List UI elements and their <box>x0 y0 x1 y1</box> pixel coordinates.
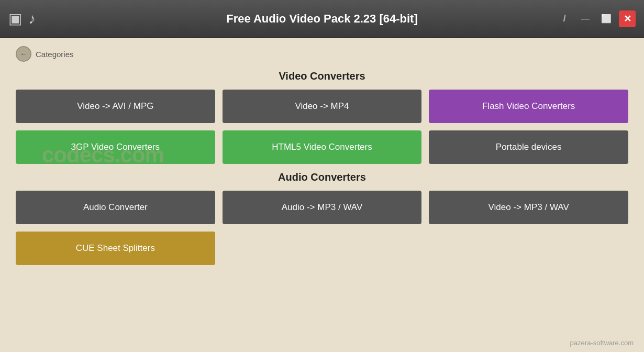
music-icon: ♪ <box>28 12 36 26</box>
flash-video-button[interactable]: Flash Video Converters <box>429 90 628 123</box>
back-button[interactable]: ← <box>16 46 31 62</box>
info-button[interactable]: i <box>556 10 573 27</box>
audio-section-title: Audio Converters <box>16 171 628 183</box>
video-mp4-button[interactable]: Video -> MP4 <box>223 90 422 123</box>
close-button[interactable]: ✕ <box>619 10 636 27</box>
categories-bar: ← Categories <box>16 46 628 62</box>
video-icon: ▣ <box>8 12 22 26</box>
audio-section: Audio Converters Audio Converter Audio -… <box>16 171 628 265</box>
audio-converter-button[interactable]: Audio Converter <box>16 191 215 224</box>
video-mp3-wav-button[interactable]: Video -> MP3 / WAV <box>429 191 628 224</box>
restore-button[interactable]: ⬜ <box>598 10 615 27</box>
minimize-button[interactable]: — <box>577 10 594 27</box>
video-avi-mpg-button[interactable]: Video -> AVI / MPG <box>16 90 215 123</box>
app-title: Free Audio Video Pack 2.23 [64-bit] <box>226 12 418 26</box>
title-bar-icons: ▣ ♪ <box>8 12 36 26</box>
cue-sheet-splitters-button[interactable]: CUE Sheet Splitters <box>16 232 215 265</box>
title-bar: ▣ ♪ Free Audio Video Pack 2.23 [64-bit] … <box>0 0 644 38</box>
footer-text: pazera-software.com <box>570 339 634 347</box>
portable-devices-button[interactable]: Portable devices <box>429 130 628 164</box>
title-bar-left: ▣ ♪ <box>8 12 36 26</box>
video-section-title: Video Converters <box>16 70 628 82</box>
categories-label: Categories <box>36 50 74 59</box>
video-buttons-row2: 3GP Video Converters HTML5 Video Convert… <box>16 130 628 164</box>
audio-mp3-wav-button[interactable]: Audio -> MP3 / WAV <box>223 191 422 224</box>
html5-video-button[interactable]: HTML5 Video Converters <box>223 130 422 164</box>
audio-buttons-row1: Audio Converter Audio -> MP3 / WAV Video… <box>16 191 628 224</box>
3gp-video-button[interactable]: 3GP Video Converters <box>16 130 215 164</box>
title-bar-controls: i — ⬜ ✕ <box>556 10 636 27</box>
audio-buttons-row2: CUE Sheet Splitters <box>16 232 628 265</box>
content-area: codecs.com ← Categories Video Converters… <box>0 38 644 352</box>
video-buttons-row1: Video -> AVI / MPG Video -> MP4 Flash Vi… <box>16 90 628 123</box>
